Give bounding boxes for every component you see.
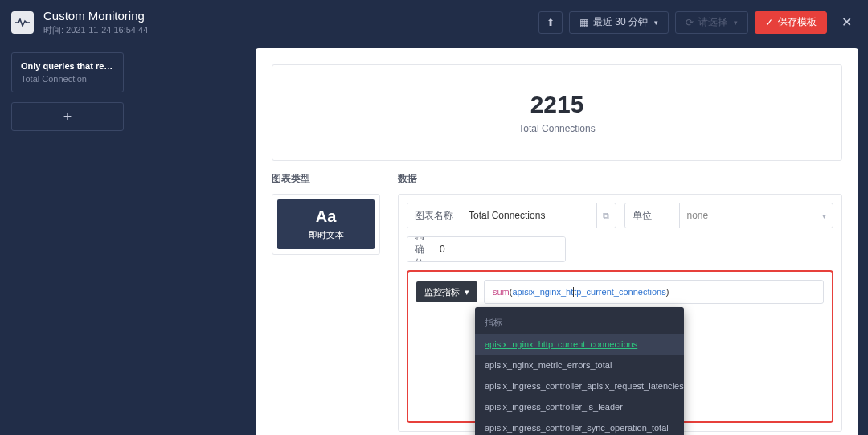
precision-label: 精确位: [407, 237, 432, 261]
top-bar: Custom Monitoring 时间: 2021-11-24 16:54:4…: [0, 0, 868, 44]
chart-name-field: 图表名称 ⧉: [407, 203, 616, 228]
page-title: Custom Monitoring: [43, 9, 538, 23]
chevron-down-icon: ▾: [654, 18, 658, 27]
check-icon: ✓: [765, 17, 773, 28]
caret-down-icon: ▾: [465, 287, 469, 298]
chart-card-subtitle: Total Connection: [21, 74, 114, 84]
upload-button[interactable]: ⬆: [538, 11, 563, 34]
section-data-title: 数据: [398, 172, 842, 186]
precision-field: 精确位: [407, 236, 566, 262]
query-input[interactable]: sum(apisix_nginx_http_current_connection…: [484, 280, 824, 304]
type-box: Aa 即时文本: [272, 194, 380, 255]
metric-area: 监控指标 ▾ sum(apisix_nginx_http_current_con…: [407, 270, 833, 423]
refresh-placeholder: 请选择: [698, 15, 727, 29]
metric-pill-label: 监控指标: [424, 286, 460, 298]
data-box: 图表名称 ⧉ 单位 ▾ 精确位: [398, 194, 842, 432]
query-name-a: apisix_nginx_ht: [512, 287, 573, 297]
row-name-unit: 图表名称 ⧉ 单位 ▾: [407, 203, 833, 228]
editor-panel: 2215 Total Connections 图表类型 Aa 即时文本 数据 图…: [256, 48, 858, 435]
save-template-button[interactable]: ✓ 保存模板: [755, 11, 827, 34]
save-label: 保存模板: [778, 15, 817, 29]
query-name-b: tp_current_connections: [574, 287, 665, 297]
chart-name-label: 图表名称: [407, 203, 461, 228]
type-glyph: Aa: [316, 207, 337, 226]
type-column: 图表类型 Aa 即时文本: [272, 172, 380, 432]
preview-value: 2215: [530, 91, 584, 118]
unit-label: 单位: [625, 203, 680, 228]
dropdown-item[interactable]: apisix_nginx_http_current_connections: [475, 334, 684, 355]
chevron-down-icon: ▾: [734, 18, 738, 27]
top-controls: ⬆ ▦ 最近 30 分钟 ▾ ⟳ 请选择 ▾ ✓ 保存模板 ✕: [538, 11, 857, 34]
dropdown-item[interactable]: apisix_ingress_controller_sync_operation…: [475, 417, 684, 435]
metric-pill-button[interactable]: 监控指标 ▾: [416, 281, 477, 302]
lang-icon[interactable]: ⧉: [596, 203, 616, 228]
data-column: 数据 图表名称 ⧉ 单位 ▾ 精确位: [398, 172, 842, 432]
metric-row: 监控指标 ▾ sum(apisix_nginx_http_current_con…: [416, 280, 824, 304]
type-label: 即时文本: [309, 229, 344, 241]
pulse-icon: [15, 18, 30, 27]
title-area: Custom Monitoring 时间: 2021-11-24 16:54:4…: [43, 9, 538, 36]
dropdown-item[interactable]: apisix_ingress_controller_is_leader: [475, 396, 684, 417]
chart-card[interactable]: Only queries that return sin… Total Conn…: [11, 52, 124, 92]
config-columns: 图表类型 Aa 即时文本 数据 图表名称 ⧉ 单位: [256, 172, 858, 432]
chart-name-input[interactable]: [461, 203, 596, 228]
dropdown-item-link[interactable]: apisix_nginx_http_current_connections: [485, 339, 637, 349]
unit-select[interactable]: [680, 203, 817, 228]
preview-label: Total Connections: [518, 123, 595, 134]
close-icon: ✕: [841, 15, 852, 29]
sidebar: Only queries that return sin… Total Conn…: [11, 52, 124, 141]
refresh-icon: ⟳: [686, 17, 694, 28]
type-option-text[interactable]: Aa 即时文本: [277, 199, 375, 249]
time-range-label: 最近 30 分钟: [593, 15, 648, 29]
query-fn: sum: [493, 287, 510, 297]
preview-box: 2215 Total Connections: [272, 64, 842, 161]
row-precision: 精确位: [407, 236, 833, 262]
unit-field: 单位 ▾: [624, 203, 834, 228]
dropdown-item[interactable]: apisix_nginx_metric_errors_total: [475, 355, 684, 375]
chevron-down-icon[interactable]: ▾: [816, 203, 833, 228]
precision-input[interactable]: [432, 237, 566, 261]
page-time: 时间: 2021-11-24 16:54:44: [43, 24, 538, 36]
refresh-select-button[interactable]: ⟳ 请选择 ▾: [675, 11, 748, 34]
calendar-icon: ▦: [579, 17, 588, 28]
section-type-title: 图表类型: [272, 172, 380, 186]
plus-icon: +: [63, 109, 72, 125]
dropdown-heading: 指标: [475, 312, 684, 334]
metric-dropdown: 指标 apisix_nginx_http_current_connections…: [475, 307, 684, 435]
add-chart-button[interactable]: +: [11, 102, 124, 131]
chart-card-title: Only queries that return sin…: [21, 61, 114, 71]
app-logo: [11, 11, 34, 34]
dropdown-item[interactable]: apisix_ingress_controller_apisix_request…: [475, 375, 684, 396]
upload-icon: ⬆: [547, 17, 555, 28]
time-range-button[interactable]: ▦ 最近 30 分钟 ▾: [569, 11, 669, 34]
close-button[interactable]: ✕: [833, 14, 857, 30]
